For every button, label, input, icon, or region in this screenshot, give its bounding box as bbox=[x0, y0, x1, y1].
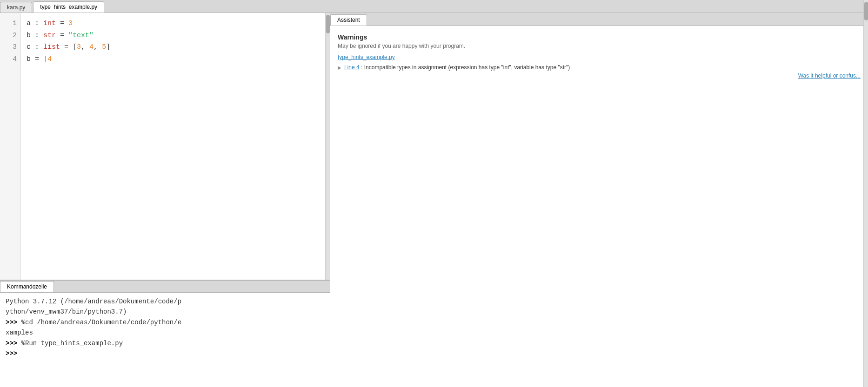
code-editor[interactable]: 1 2 3 4 a : int = 3 b : str = "text" c :… bbox=[0, 13, 330, 280]
terminal-line-3: >>> %Run type_hints_example.py bbox=[6, 338, 324, 348]
code-line-4: b = |4 bbox=[27, 55, 52, 63]
terminal-line-1: Python 3.7.12 (/home/andreas/Dokumente/c… bbox=[6, 296, 324, 317]
editor-scrollbar[interactable] bbox=[325, 13, 330, 280]
assistant-tab-bar: Assistent bbox=[330, 13, 868, 26]
scrollbar-thumb bbox=[326, 15, 330, 33]
code-line-2: b : str = "text" bbox=[27, 32, 93, 39]
assistant-panel: Assistent Warnings May be ignored if you… bbox=[330, 13, 868, 387]
editor-tab-bar: kara.py type_hints_example.py bbox=[0, 0, 868, 13]
editor-panel: 1 2 3 4 a : int = 3 b : str = "text" c :… bbox=[0, 13, 330, 387]
terminal-line-2: >>> %cd /home/andreas/Dokumente/code/pyt… bbox=[6, 317, 324, 338]
code-line-3: c : list = [3, 4, 5] bbox=[27, 43, 110, 51]
terminal-content[interactable]: Python 3.7.12 (/home/andreas/Dokumente/c… bbox=[0, 293, 330, 387]
tab-kara-py[interactable]: kara.py bbox=[0, 2, 32, 13]
terminal-tab-bar: Kommandozeile bbox=[0, 281, 330, 293]
warning-line-link[interactable]: Line 4 bbox=[344, 64, 360, 71]
terminal-panel: Kommandozeile Python 3.7.12 (/home/andre… bbox=[0, 280, 330, 387]
warning-bullet: ▶ bbox=[338, 65, 341, 70]
terminal-scrollbar-thumb bbox=[864, 13, 868, 20]
file-link[interactable]: type_hints_example.py bbox=[338, 54, 861, 60]
helpful-link[interactable]: Was it helpful or confus... bbox=[798, 72, 861, 79]
warnings-title: Warnings bbox=[338, 33, 861, 41]
code-line-1: a : int = 3 bbox=[27, 20, 73, 27]
warnings-subtitle: May be ignored if you are happy with you… bbox=[338, 43, 861, 49]
main-layout: 1 2 3 4 a : int = 3 b : str = "text" c :… bbox=[0, 13, 868, 387]
terminal-line-4: >>> bbox=[6, 348, 324, 359]
warning-item-1: ▶ Line 4 : Incompatible types in assignm… bbox=[338, 64, 861, 71]
assistant-content: Warnings May be ignored if you are happy… bbox=[330, 26, 868, 387]
warning-message: Line 4 : Incompatible types in assignmen… bbox=[344, 64, 570, 71]
tab-assistant[interactable]: Assistent bbox=[330, 14, 367, 26]
tab-type-hints[interactable]: type_hints_example.py bbox=[33, 1, 104, 13]
line-numbers: 1 2 3 4 bbox=[0, 13, 21, 280]
warning-text: : Incompatible types in assignment (expr… bbox=[361, 64, 570, 71]
code-area[interactable]: a : int = 3 b : str = "text" c : list = … bbox=[21, 13, 325, 280]
tab-terminal[interactable]: Kommandozeile bbox=[0, 281, 54, 292]
